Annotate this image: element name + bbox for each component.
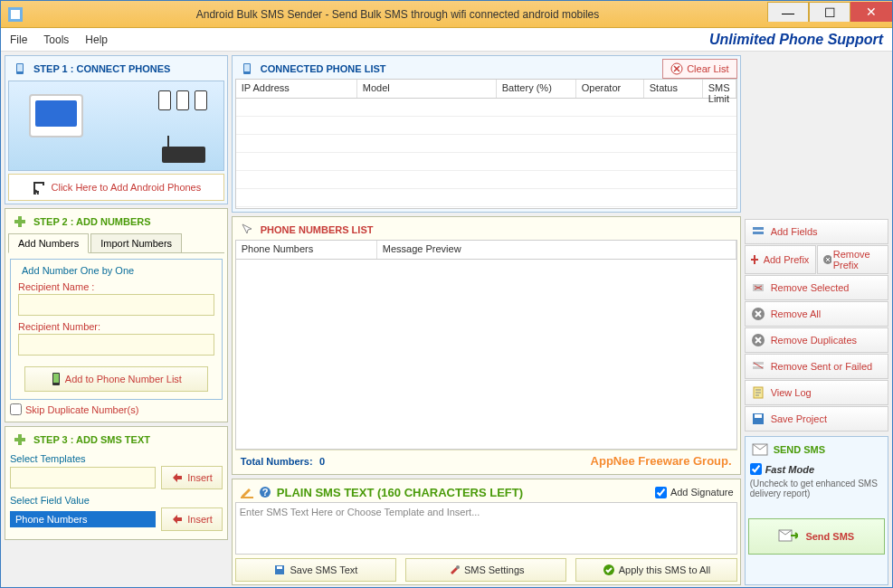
insert-field-button[interactable]: Insert <box>161 507 223 531</box>
middle-column: CONNECTED PHONE LIST Clear List IP Addre… <box>232 55 741 585</box>
template-dropdown[interactable] <box>10 467 156 488</box>
col-operator: Operator <box>576 80 644 98</box>
col-message-preview: Message Preview <box>377 241 736 259</box>
titlebar: Android Bulk SMS Sender - Send Bulk SMS … <box>1 1 892 28</box>
svg-rect-21 <box>753 232 764 234</box>
remove-all-button[interactable]: Remove All <box>745 301 888 327</box>
fields-icon <box>751 224 765 239</box>
svg-rect-1 <box>11 10 20 19</box>
total-numbers-row: Total Numbers: 0 AppNee Freeware Group. <box>235 450 737 471</box>
send-icon <box>778 528 798 545</box>
remove-row-icon <box>751 280 765 295</box>
fast-mode-checkbox[interactable]: Fast Mode <box>750 463 883 475</box>
step3-panel: STEP 3 : ADD SMS TEXT Select Templates I… <box>5 426 228 540</box>
window-buttons: — ☐ ✕ <box>767 1 892 27</box>
add-prefix-button[interactable]: Add Prefix <box>745 245 816 274</box>
envelope-icon <box>752 441 768 458</box>
svg-rect-7 <box>53 374 59 383</box>
add-android-phones-button[interactable]: Click Here to Add Android Phones <box>8 174 224 201</box>
fieldset-legend: Add Number One by One <box>18 265 138 276</box>
x-circle-icon <box>751 333 765 347</box>
save-sms-button[interactable]: Save SMS Text <box>235 558 396 582</box>
maximize-button[interactable]: ☐ <box>809 2 850 22</box>
connected-table-body[interactable] <box>235 99 737 209</box>
menubar: File Tools Help Unlimited Phone Support <box>1 28 892 52</box>
remove-prefix-button[interactable]: Remove Prefix <box>817 245 888 274</box>
remove-duplicates-button[interactable]: Remove Duplicates <box>745 327 888 353</box>
close-button[interactable]: ✕ <box>850 2 892 22</box>
sms-title: PLAIN SMS TEXT (160 CHARACTERS LEFT) <box>277 486 523 499</box>
step2-tabs: Add Numbers Import Numbers <box>8 233 224 253</box>
save-project-icon <box>751 412 765 426</box>
step1-title: STEP 1 : CONNECT PHONES <box>8 59 224 79</box>
tab-add-numbers[interactable]: Add Numbers <box>8 233 89 253</box>
view-log-button[interactable]: View Log <box>745 380 888 405</box>
support-link[interactable]: Unlimited Phone Support <box>709 32 883 48</box>
numbers-title: PHONE NUMBERS LIST <box>235 220 737 240</box>
numbers-table-header: Phone Numbers Message Preview <box>235 240 737 260</box>
menu-tools[interactable]: Tools <box>43 33 69 46</box>
left-column: STEP 1 : CONNECT PHONES Click Here to Ad… <box>5 55 228 585</box>
spacer-right-top <box>745 55 888 215</box>
send-sms-panel: SEND SMS Fast Mode (Uncheck to get enhan… <box>745 436 888 585</box>
svg-rect-11 <box>244 64 250 71</box>
recipient-number-input[interactable] <box>18 334 214 356</box>
edit-icon <box>239 484 255 500</box>
menu-help[interactable]: Help <box>85 33 108 46</box>
col-battery: Battery (%) <box>497 80 576 98</box>
template-row: Insert <box>10 466 223 489</box>
sms-settings-button[interactable]: SMS Settings <box>405 558 566 582</box>
minimize-button[interactable]: — <box>767 2 809 22</box>
recipient-name-input[interactable] <box>18 294 214 316</box>
svg-rect-17 <box>277 566 282 569</box>
window-title: Android Bulk SMS Sender - Send Bulk SMS … <box>28 8 767 21</box>
sms-text-panel: ? PLAIN SMS TEXT (160 CHARACTERS LEFT) A… <box>232 479 741 585</box>
sms-textarea[interactable]: Enter SMS Text Here or Choose Template a… <box>235 502 737 555</box>
apply-sms-button[interactable]: Apply this SMS to All <box>575 558 736 582</box>
remove-selected-button[interactable]: Remove Selected <box>745 275 888 300</box>
svg-point-18 <box>456 565 460 569</box>
remove-sent-failed-button[interactable]: Remove Sent or Failed <box>745 354 888 379</box>
menu-file[interactable]: File <box>10 33 27 46</box>
cursor-plus-icon <box>12 213 28 230</box>
save-project-button[interactable]: Save Project <box>745 406 888 432</box>
col-model: Model <box>357 80 497 98</box>
field-value-dropdown[interactable]: Phone Numbers <box>10 511 156 527</box>
fast-mode-note: (Uncheck to get enhanced SMS delivery re… <box>748 479 885 498</box>
content-area: STEP 1 : CONNECT PHONES Click Here to Ad… <box>1 52 892 588</box>
tab-import-numbers[interactable]: Import Numbers <box>90 233 182 252</box>
app-window: Android Bulk SMS Sender - Send Bulk SMS … <box>0 0 893 588</box>
step2-title: STEP 2 : ADD NUMBERS <box>8 212 224 232</box>
clear-list-button[interactable]: Clear List <box>662 59 736 79</box>
help-icon[interactable]: ? <box>259 486 271 498</box>
add-signature-checkbox[interactable]: Add Signature <box>655 487 734 498</box>
app-icon <box>8 7 23 22</box>
add-fields-button[interactable]: Add Fields <box>745 219 888 244</box>
numbers-table-body[interactable] <box>235 260 737 450</box>
phone-list-icon <box>239 61 255 77</box>
select-field-label: Select Field Value <box>10 495 223 506</box>
col-smslimit: SMS Limit <box>703 80 736 98</box>
plus-small-icon <box>749 253 762 266</box>
cast-icon <box>32 180 46 194</box>
field-value-row: Phone Numbers Insert <box>10 507 223 531</box>
add-to-list-button[interactable]: Add to Phone Number List <box>24 366 209 392</box>
select-templates-label: Select Templates <box>10 453 223 464</box>
recipient-name-label: Recipient Name : <box>18 281 214 292</box>
insert-icon <box>171 471 184 484</box>
plus-icon <box>12 432 28 448</box>
check-circle-icon <box>603 564 615 576</box>
col-phonenumbers: Phone Numbers <box>236 241 377 259</box>
x-small-icon <box>822 253 831 266</box>
settings-icon <box>448 564 461 576</box>
insert-icon <box>171 513 184 526</box>
watermark: AppNee Freeware Group. <box>591 454 732 468</box>
insert-template-button[interactable]: Insert <box>161 466 223 489</box>
svg-rect-9 <box>14 438 25 441</box>
skip-duplicate-checkbox[interactable]: Skip Duplicate Number(s) <box>10 403 223 415</box>
col-ip: IP Address <box>236 80 357 98</box>
sms-buttons: Save SMS Text SMS Settings Apply this SM… <box>235 558 737 582</box>
log-icon <box>751 385 765 400</box>
send-sms-button[interactable]: Send SMS <box>748 518 885 555</box>
right-column: Add Fields Add Prefix Remove Prefix Remo… <box>745 55 888 585</box>
